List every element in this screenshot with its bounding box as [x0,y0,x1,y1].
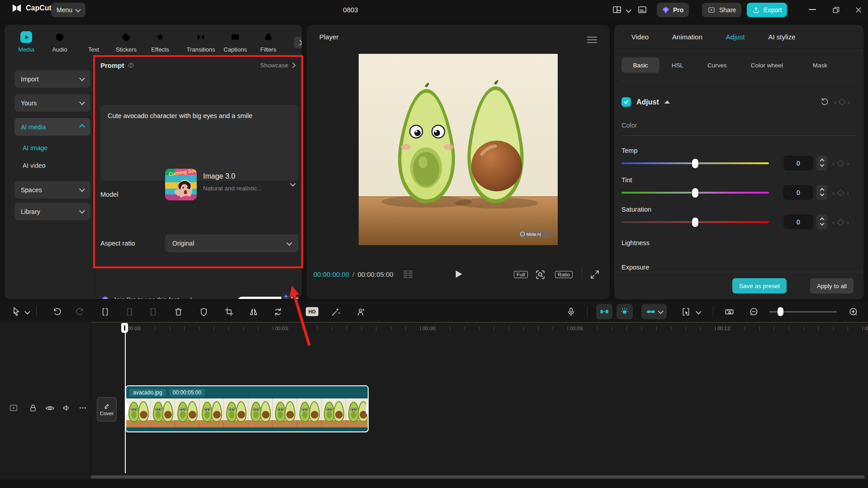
collapse-icon[interactable] [664,100,670,104]
ratio-button[interactable]: Ratio [555,271,573,278]
sidebar-item-spaces[interactable]: Spaces [14,181,90,199]
subtab-basic[interactable]: Basic [621,57,659,73]
sidebar-item-yours[interactable]: Yours [14,94,90,112]
sidebar-item-library[interactable]: Library [14,203,90,220]
full-preview-button[interactable]: Full [514,271,528,278]
temp-slider-thumb[interactable] [692,159,698,168]
magnetic-snap-button[interactable] [596,304,612,319]
saturation-stepper[interactable] [816,214,827,229]
subtab-color-wheel[interactable]: Color wheel [739,62,795,69]
select-tool-icon[interactable] [10,305,23,318]
sidebar-item-ai-media[interactable]: AI media [14,118,90,136]
cover-button[interactable]: Cover [97,397,117,422]
keyframe-prev-icon[interactable]: ‹ [834,98,836,106]
link-clips-button[interactable] [641,304,667,319]
pro-badge[interactable]: Pro [657,3,689,17]
tab-captions[interactable]: Captions [221,31,250,53]
clip-right-handle[interactable] [366,403,369,414]
restore-window-icon[interactable] [831,5,840,14]
temp-keyframe-nav[interactable]: ‹› [832,160,864,167]
crop-icon[interactable] [223,305,235,318]
sidebar-item-import[interactable]: Import [14,70,90,88]
layout-panels-icon[interactable] [612,5,622,15]
menu-button[interactable]: Menu [51,3,85,17]
tab-video[interactable]: Video [631,33,649,41]
keyframe-next-icon[interactable]: › [848,98,850,106]
redo-icon[interactable] [73,305,86,318]
layout-chevron-icon[interactable] [626,7,631,13]
split-left-icon[interactable] [123,305,136,318]
join-pro-link[interactable]: Join Pro to use this feat... [101,296,193,299]
preview-image[interactable]: Meta AI [359,54,558,245]
lock-track-icon[interactable] [28,403,38,413]
keyframe-nav[interactable]: ‹ › [834,98,850,106]
frame-view-icon[interactable] [403,270,413,278]
magic-wand-icon[interactable] [329,305,342,318]
zoom-fit-icon[interactable] [535,269,546,280]
tint-slider-thumb[interactable] [692,188,698,198]
cursor-mode-chevron-icon[interactable] [696,309,702,315]
saturation-value[interactable]: 0 [783,214,813,229]
timeline-scale-icon[interactable] [723,305,735,318]
tab-text[interactable]: Text [79,31,108,53]
track-more-icon[interactable] [78,403,88,413]
model-dropdown[interactable]: Coming Soon! Image 3.0 Natural and reali… [165,169,299,200]
cursor-mode-icon[interactable] [679,305,692,318]
tab-effects[interactable]: Effects [146,31,175,53]
timeline-clip[interactable]: avacado.jpg 00:00:05:00 [125,385,369,432]
keyframe-diamond-icon[interactable] [839,99,846,106]
playhead-line[interactable] [125,323,126,473]
select-tool-chevron-icon[interactable] [24,309,30,315]
tab-transitions[interactable]: Transitions [183,31,219,53]
record-voiceover-icon[interactable] [564,305,577,318]
player-menu-icon[interactable] [587,35,597,45]
close-window-icon[interactable] [854,5,863,14]
export-button[interactable]: Export [747,3,787,17]
mirror-icon[interactable] [247,305,260,318]
tab-media[interactable]: Media [12,31,41,53]
subtab-curves[interactable]: Curves [696,62,739,69]
adjust-checkbox[interactable] [621,97,631,107]
sidebar-item-ai-image[interactable]: AI image [23,139,47,157]
horizontal-scrollbar[interactable] [90,475,865,479]
hide-track-icon[interactable] [45,403,55,413]
zoom-slider-thumb[interactable] [778,307,783,316]
save-preset-button[interactable]: Save as preset [732,278,787,294]
undo-icon[interactable] [51,305,63,318]
sidebar-item-ai-video[interactable]: AI video [23,156,46,175]
tint-keyframe-nav[interactable]: ‹› [832,189,864,197]
more-tabs-button[interactable] [294,37,302,48]
fullscreen-icon[interactable] [589,269,600,280]
tint-stepper[interactable] [816,185,827,200]
zoom-in-icon[interactable] [847,305,859,318]
reset-icon[interactable] [820,96,830,106]
timeline-area[interactable]: 00:0000:0300:0600:0900:120 Cover avacado… [0,322,868,479]
saturation-slider-thumb[interactable] [692,218,698,227]
timeline-ruler[interactable]: 00:0000:0300:0600:0900:120 [90,322,868,336]
split-icon[interactable] [99,305,111,318]
tab-stickers[interactable]: Stickers [112,31,141,53]
temp-stepper[interactable] [816,156,827,171]
tint-value[interactable]: 0 [783,185,813,200]
mask-icon[interactable] [197,305,210,318]
minimize-icon[interactable] [809,9,816,10]
showcase-link[interactable]: Showcase [260,62,295,69]
tab-adjust[interactable]: Adjust [726,33,745,41]
hd-button[interactable]: HD [306,307,318,316]
subtab-mask[interactable]: Mask [795,62,845,69]
rotate-icon[interactable] [271,305,284,318]
saturation-keyframe-nav[interactable]: ‹› [832,218,864,226]
delete-icon[interactable] [172,305,185,318]
play-button[interactable] [452,268,464,280]
share-button[interactable]: Share [702,3,741,17]
mute-track-icon[interactable] [62,403,71,413]
auto-preview-button[interactable] [617,304,633,319]
split-right-icon[interactable] [147,305,159,318]
tab-ai-stylize[interactable]: AI stylize [768,33,796,41]
portrait-cutout-icon[interactable] [355,305,367,318]
tab-filters[interactable]: Filters [254,31,283,53]
aspect-ratio-dropdown[interactable]: Original [165,234,299,252]
temp-value[interactable]: 0 [783,156,813,171]
tab-audio[interactable]: Audio [45,31,74,53]
info-icon[interactable] [128,62,134,69]
